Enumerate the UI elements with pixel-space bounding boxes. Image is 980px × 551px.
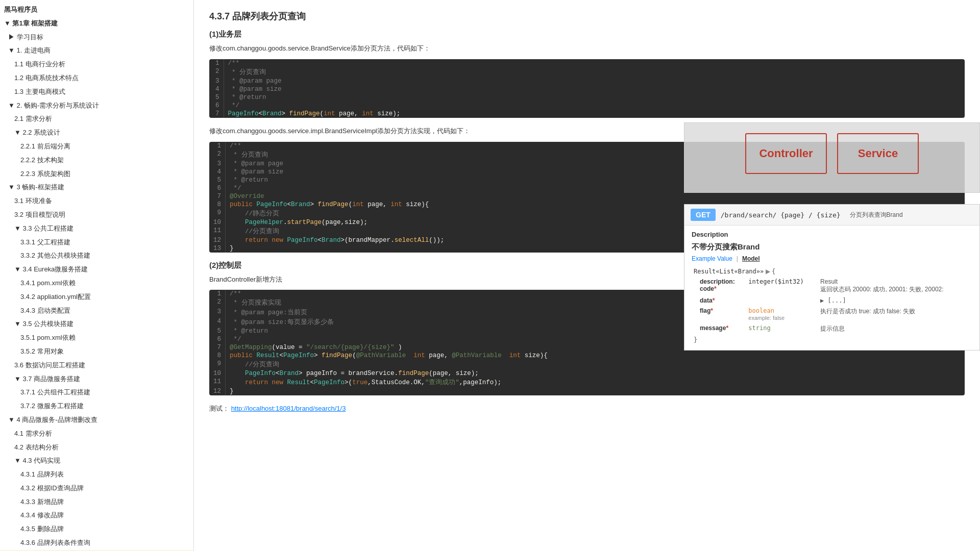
- sidebar-item-s3-3[interactable]: ▼ 3.3 公共工程搭建: [0, 222, 193, 236]
- swagger-path: /brand/search/ {page} / {size}: [721, 211, 841, 219]
- sidebar-item-s1-2-1[interactable]: 1.1 电商行业分析: [0, 58, 193, 71]
- example-value-link[interactable]: Example Value: [692, 255, 732, 262]
- sidebar-item-s4-3-2[interactable]: 4.3.2 根据ID查询品牌: [0, 482, 193, 495]
- sidebar-item-s2[interactable]: ▼ 2. 畅购-需求分析与系统设计: [0, 99, 193, 113]
- sidebar-item-s1[interactable]: ▼ 第1章 框架搭建: [0, 17, 193, 31]
- sidebar-item-s3-4-3[interactable]: 3.4.3 启动类配置: [0, 304, 193, 318]
- swagger-description: 分页列表查询Brand: [850, 211, 903, 219]
- sidebar-item-s3-7-1[interactable]: 3.7.1 公共组件工程搭建: [0, 386, 193, 399]
- sidebar-item-s3-5-2[interactable]: 3.5.2 常用对象: [0, 345, 193, 359]
- sidebar-item-s3-5-1[interactable]: 3.5.1 pom.xml依赖: [0, 331, 193, 345]
- service-button[interactable]: Service: [837, 133, 919, 174]
- sidebar-item-s1-2-3[interactable]: 1.3 主要电商模式: [0, 85, 193, 99]
- sidebar: 黑马程序员▼ 第1章 框架搭建▶ 学习目标▼ 1. 走进电商1.1 电商行业分析…: [0, 0, 194, 551]
- desc1: 修改com.changgou.goods.service.BrandServic…: [209, 43, 965, 54]
- sidebar-item-s4-3-1[interactable]: 4.3.1 品牌列表: [0, 468, 193, 482]
- swagger-example-row: Example Value | Model: [692, 255, 972, 262]
- sidebar-item-s2-1[interactable]: 2.1 需求分析: [0, 112, 193, 126]
- test-row: 测试： http://localhost:18081/brand/search/…: [209, 404, 965, 414]
- sidebar-item-s3-7[interactable]: ▼ 3.7 商品微服务搭建: [0, 372, 193, 386]
- schema-field-code: description: code* integer($int32) Resul…: [692, 277, 972, 295]
- schema-field-data: data* ▶ [...]: [692, 295, 972, 306]
- test-label: 测试：: [209, 405, 229, 412]
- swagger-get-bar: GET /brand/search/ {page} / {size} 分页列表查…: [684, 205, 979, 226]
- swagger-body: Description 不带分页搜索Brand Example Value | …: [684, 226, 979, 350]
- sidebar-item-s3-4-2[interactable]: 3.4.2 appliation.yml配置: [0, 290, 193, 304]
- swagger-method-badge: GET: [691, 209, 716, 221]
- sidebar-item-s3-1[interactable]: 3.1 环境准备: [0, 194, 193, 208]
- sidebar-top-label: 黑马程序员: [0, 3, 193, 17]
- sidebar-item-s4-3-6[interactable]: 4.3.6 品牌列表条件查询: [0, 536, 193, 550]
- sidebar-item-s3-2[interactable]: 3.2 项目模型说明: [0, 208, 193, 222]
- schema-table: Result«List«Brand»» ▶ { description: cod…: [692, 266, 972, 345]
- sidebar-item-s1-2-2[interactable]: 1.2 电商系统技术特点: [0, 71, 193, 85]
- sidebar-item-s1-1[interactable]: ▶ 学习目标: [0, 31, 193, 44]
- section1-label: (1)业务层: [209, 30, 965, 39]
- sidebar-item-s2-2-3[interactable]: 2.2.3 系统架构图: [0, 167, 193, 181]
- sidebar-item-s4-3-3[interactable]: 4.3.3 新增品牌: [0, 495, 193, 509]
- swagger-section-title: Description: [692, 231, 972, 238]
- sidebar-item-s2-2-1[interactable]: 2.2.1 前后端分离: [0, 140, 193, 154]
- sidebar-item-s4-1[interactable]: 4.1 需求分析: [0, 427, 193, 441]
- schema-field-flag: flag* booleanexample: false 执行是否成功 true:…: [692, 306, 972, 323]
- sidebar-item-s4-2[interactable]: 4.2 表结构分析: [0, 441, 193, 455]
- overlay-panel: Controller Service: [684, 122, 980, 193]
- sidebar-item-s3-7-2[interactable]: 3.7.2 微服务工程搭建: [0, 399, 193, 413]
- sidebar-item-s4[interactable]: ▼ 4 商品微服务-品牌增删改查: [0, 413, 193, 427]
- model-link[interactable]: Model: [742, 255, 760, 262]
- sidebar-item-s3-5[interactable]: ▼ 3.5 公共模块搭建: [0, 317, 193, 331]
- overlay-buttons: Controller Service: [695, 133, 969, 174]
- swagger-panel: GET /brand/search/ {page} / {size} 分页列表查…: [684, 204, 980, 350]
- sidebar-item-s3-3-2[interactable]: 3.3.2 其他公共模块搭建: [0, 249, 193, 263]
- sidebar-item-s3[interactable]: ▼ 3 畅购-框架搭建: [0, 181, 193, 194]
- code-block-1: 1/** 2 * 分页查询 3 * @param page 4 * @param…: [209, 59, 965, 118]
- sidebar-item-s3-6[interactable]: 3.6 数据访问层工程搭建: [0, 359, 193, 372]
- main-content: 4.3.7 品牌列表分页查询 (1)业务层 修改com.changgou.goo…: [194, 0, 980, 551]
- swagger-search-title: 不带分页搜索Brand: [692, 242, 972, 252]
- sidebar-item-s4-3-4[interactable]: 4.3.4 修改品牌: [0, 509, 193, 522]
- schema-root-type: Result«List«Brand»»: [694, 268, 764, 275]
- sidebar-item-s3-3-1[interactable]: 3.3.1 父工程搭建: [0, 236, 193, 249]
- sidebar-item-s1-2[interactable]: ▼ 1. 走进电商: [0, 44, 193, 58]
- page-title: 4.3.7 品牌列表分页查询: [209, 10, 965, 22]
- sidebar-item-s3-4-1[interactable]: 3.4.1 pom.xml依赖: [0, 277, 193, 290]
- schema-field-message: message* string 提示信息: [692, 323, 972, 335]
- sidebar-item-s2-2[interactable]: ▼ 2.2 系统设计: [0, 126, 193, 140]
- sidebar-item-s3-4[interactable]: ▼ 3.4 Eureka微服务搭建: [0, 263, 193, 277]
- controller-button[interactable]: Controller: [745, 133, 827, 174]
- sidebar-item-s4-3-5[interactable]: 4.3.5 删除品牌: [0, 522, 193, 536]
- sidebar-item-s4-3[interactable]: ▼ 4.3 代码实现: [0, 454, 193, 468]
- test-url-link[interactable]: http://localhost:18081/brand/search/1/3: [231, 405, 346, 412]
- sidebar-item-s2-2-2[interactable]: 2.2.2 技术构架: [0, 154, 193, 167]
